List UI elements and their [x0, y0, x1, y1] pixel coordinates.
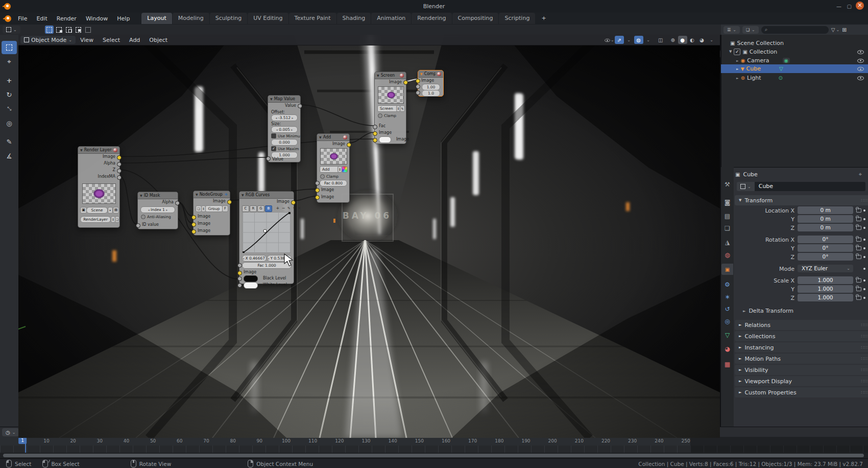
minimize-button[interactable]: — [836, 4, 841, 9]
clamp-checkbox[interactable]: Clamp [378, 113, 396, 118]
white-level-swatch[interactable] [244, 282, 258, 289]
delete-point-icon[interactable]: × [298, 206, 301, 210]
ruler-frame-label[interactable]: 30 [97, 438, 103, 443]
props-tab-modifiers[interactable]: ⚙ [721, 279, 733, 290]
section-relations[interactable]: ► Relations∷∷ [735, 320, 868, 330]
color-options-button[interactable]: ✎ [400, 105, 405, 112]
use-minimum-checkbox[interactable]: Use Minimu [271, 133, 300, 138]
channel-r-button[interactable]: R [250, 205, 257, 212]
hide-eye-toggle[interactable] [857, 65, 864, 72]
props-tab-material[interactable]: ◕ [721, 343, 733, 355]
props-tab-output[interactable]: ▤ [721, 210, 733, 222]
gizmos-dropdown[interactable]: ⌄ [624, 36, 634, 44]
active-tool-dropdown[interactable]: ⌄ [3, 26, 20, 34]
node-map-value[interactable]: ▼ Map Value Value Offset: ◂ -3.512 ▸ Siz… [268, 95, 301, 162]
shading-dropdown[interactable]: ⌄ [707, 36, 716, 44]
socket-image-in-3[interactable] [191, 229, 196, 234]
ruler-frame-label[interactable]: 150 [415, 438, 424, 443]
section-motion-paths[interactable]: ► Motion Paths∷∷ [735, 354, 868, 364]
mode-dropdown[interactable]: Object Mode ⌄ [20, 36, 76, 44]
clamp-checkbox[interactable]: Clamp [320, 174, 339, 179]
outliner-item-light[interactable]: ► ⊚ Light ⊙ [721, 74, 868, 82]
hide-eye-toggle[interactable] [857, 57, 864, 64]
props-tab-view-layer[interactable]: ❏ [721, 223, 733, 234]
animate-dot[interactable] [863, 288, 865, 290]
node-rgb-curves[interactable]: ▼ RGB Curves Image CRGB + − ✎ • × ◂ X 0.… [239, 191, 294, 284]
mesh-data-icon[interactable]: ▽ [779, 66, 783, 72]
ruler-frame-label[interactable]: 10 [43, 438, 49, 443]
socket-fac-in[interactable] [315, 181, 320, 185]
toolbar-scale-tool[interactable]: ⤡ [2, 102, 17, 115]
outliner-item-camera[interactable]: ► ◉ Camera ◉ [721, 56, 868, 64]
section-instancing[interactable]: ► Instancing∷∷ [735, 342, 868, 353]
antialias-checkbox[interactable]: Anti-Aliasing [141, 214, 171, 219]
render-layer-field[interactable]: RenderLayer [80, 216, 111, 223]
viewport-menu-select[interactable]: Select [98, 37, 125, 43]
socket-white-in[interactable] [237, 283, 242, 288]
section-viewport-display[interactable]: ► Viewport Display∷∷ [735, 376, 868, 386]
outliner-filter-id-dropdown[interactable]: ❏⌄ [742, 26, 759, 34]
toolbar-move-tool[interactable]: + [2, 74, 17, 87]
rotation-x-field[interactable]: 0° [798, 236, 853, 243]
scale-z-field[interactable]: 1.000 [798, 294, 853, 301]
outliner-filter-dropdown[interactable]: ▽ ⌄ [831, 27, 839, 33]
hide-eye-toggle[interactable] [857, 49, 864, 55]
node-id-mask[interactable]: ▼ ID Mask Alpha ◂ Index 1 ▸ Anti-Aliasin… [137, 192, 178, 229]
lock-icon[interactable] [856, 255, 861, 259]
menu-window[interactable]: Window [81, 15, 112, 22]
ruler-frame-label[interactable]: 250 [681, 438, 690, 443]
props-tab-tool[interactable]: ⚒ [721, 179, 733, 190]
ruler-frame-label[interactable]: 60 [177, 438, 182, 443]
ruler-frame-label[interactable]: 20 [70, 438, 76, 443]
lock-icon[interactable] [856, 226, 861, 230]
breadcrumb-object[interactable]: Cube [743, 171, 757, 178]
node-add[interactable]: ▼ Add Image Add ⇕ Clamp Fac 0.800 Image … [317, 133, 350, 203]
props-tab-physics[interactable]: ↺ [721, 303, 733, 315]
ruler-frame-label[interactable]: 170 [468, 438, 477, 443]
scene-icon-button[interactable]: ▣ [80, 207, 87, 214]
animate-dot[interactable] [863, 209, 865, 212]
ruler-frame-label[interactable]: 50 [150, 438, 156, 443]
section-collections[interactable]: ► Collections∷∷ [735, 331, 868, 341]
black-level-swatch[interactable] [244, 275, 258, 282]
gizmos-toggle[interactable]: ⇗ [615, 36, 624, 44]
tab-compositing[interactable]: Compositing [452, 13, 499, 24]
outliner-collection[interactable]: ▼ ✓ ▣ Collection [721, 48, 868, 56]
select-mode-intersect[interactable] [84, 26, 92, 34]
ruler-frame-label[interactable]: 110 [308, 438, 317, 443]
ruler-frame-label[interactable]: 190 [521, 438, 530, 443]
timeline-scrollbar[interactable] [3, 454, 864, 457]
socket-image-in-1[interactable] [373, 131, 377, 136]
rotation-mode-dropdown[interactable]: XYZ Euler ⌄ [798, 265, 853, 272]
channel-c-button[interactable]: C [242, 205, 249, 212]
viewport-menu-add[interactable]: Add [125, 37, 144, 43]
animate-dot[interactable] [863, 268, 865, 270]
lock-icon[interactable] [856, 287, 861, 291]
render-button[interactable]: ▤ [113, 207, 119, 214]
section-custom-properties[interactable]: ► Custom Properties∷∷ [735, 387, 868, 397]
light-data-icon[interactable]: ⊙ [778, 75, 782, 81]
socket-image-out[interactable] [403, 80, 408, 85]
animate-dot[interactable] [863, 279, 865, 282]
blender-menu-icon[interactable] [5, 15, 11, 22]
ruler-frame-label[interactable]: 160 [442, 438, 450, 443]
image2-color-swatch[interactable] [379, 136, 391, 143]
props-tab-render[interactable]: ◙ [721, 197, 733, 208]
outliner-search-input[interactable]: ⌕ [761, 26, 829, 34]
blend-mode-dropdown[interactable]: Screen [377, 105, 399, 112]
ruler-frame-label[interactable]: 140 [389, 438, 397, 443]
socket-alpha-out[interactable] [117, 162, 122, 167]
rotation-z-field[interactable]: 0° [798, 253, 853, 261]
props-tab-scene[interactable]: ◮ [721, 237, 733, 248]
ruler-frame-label[interactable]: 180 [495, 438, 503, 443]
tab-uv-editing[interactable]: UV Editing [248, 13, 288, 24]
socket-z-in[interactable] [416, 90, 420, 95]
channel-g-button[interactable]: G [257, 205, 264, 212]
node-group[interactable]: ▼ NodeGroup ❖ Image ❏ ⇕ Group F Image Im… [193, 191, 230, 236]
tab-texture-paint[interactable]: Texture Paint [289, 13, 336, 24]
location-x-field[interactable]: 0 m [798, 206, 853, 214]
tab-layout[interactable]: Layout [141, 13, 172, 24]
outliner-display-mode-dropdown[interactable]: ☰⌄ [724, 26, 740, 34]
tab-sculpting[interactable]: Sculpting [210, 13, 247, 24]
toolbar-cursor-tool[interactable]: ⌖ [2, 55, 17, 68]
